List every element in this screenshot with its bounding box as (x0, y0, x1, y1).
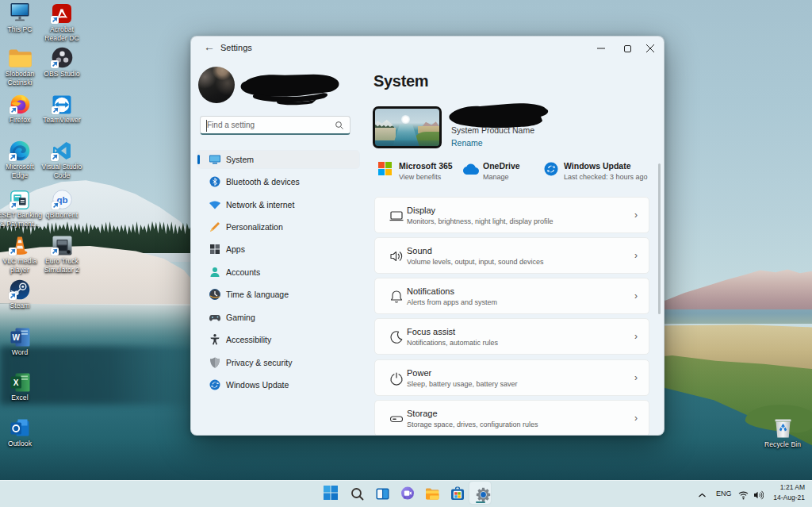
svg-text:W: W (12, 333, 20, 342)
svg-text:X: X (13, 378, 18, 387)
